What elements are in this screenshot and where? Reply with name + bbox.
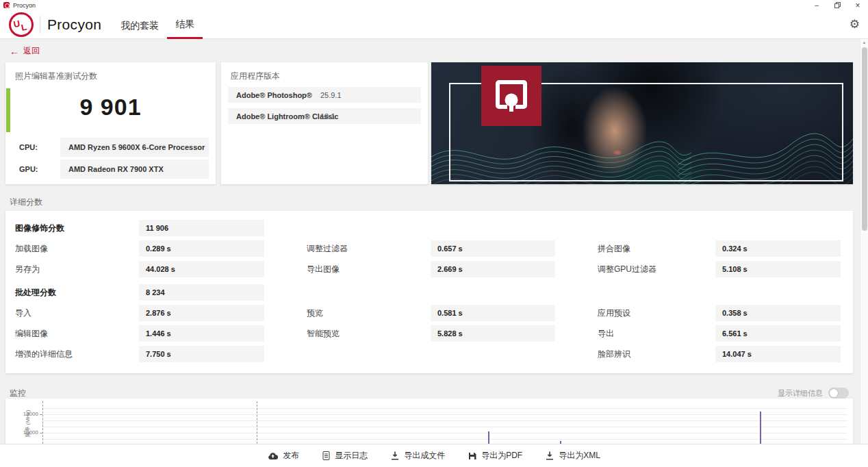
window-controls: – × [806,0,868,10]
cpu-value: AMD Ryzen 5 9600X 6-Core Processor [60,138,209,157]
button-label: 导出为PDF [481,450,522,462]
photo-editing-icon [492,78,531,114]
detail-value: 0.289 s [139,240,264,257]
gpu-label: GPU: [19,160,38,179]
show-log-button[interactable]: 显示日志 [322,450,368,462]
detail-label: 图像修饰分数 [15,220,139,236]
detail-label: 另存为 [15,261,139,277]
nav-items: 我的套装 结果 [112,10,203,39]
detail-label: 脸部辨识 [598,346,715,362]
chart-dashed-marker [257,401,257,444]
detail-label: 预览 [307,305,431,321]
detail-row: 图像修饰分数 11 906 [15,220,841,236]
app-icon [3,2,10,8]
version-row-lightroom: Adobe® Lightroom® Classic 13.1 [228,108,421,124]
show-details-toggle-group: 显示详细信息 [778,388,849,399]
back-label: 返回 [23,45,40,57]
frequency-spike [488,431,489,444]
cloud-upload-icon [268,452,278,460]
detail-label: 导入 [15,305,139,321]
footer-toolbar: 发布 显示日志 导出成文件 导出为PDF [0,444,868,467]
button-label: 发布 [283,450,299,462]
app-name: Adobe® Lightroom® Classic [228,112,320,121]
button-label: 导出成文件 [404,450,445,462]
scroll-up-arrow-icon[interactable]: ▲ [860,40,868,45]
score-card: 照片编辑基准测试分数 9 901 CPU: AMD Ryzen 5 9600X … [5,62,216,184]
minimize-button[interactable]: – [806,0,827,10]
detail-row: 增强的详细信息 7.750 s 脸部辨识 14.047 s [15,346,841,362]
nav-divider [40,16,40,34]
frequency-spike [760,412,761,444]
detail-label: 导出图像 [307,261,431,277]
publish-button[interactable]: 发布 [268,450,299,462]
detail-value: 5.828 s [431,325,555,342]
detail-value: 2.876 s [139,305,264,321]
ul-logo: U L [8,12,34,38]
chart-gridlines [42,408,847,440]
restore-button[interactable] [827,0,847,10]
nav-item-results[interactable]: 结果 [167,10,203,39]
restore-icon [834,2,841,8]
hero-banner [431,62,853,184]
detail-value: 6.561 s [715,325,841,342]
detail-row: 导入 2.876 s 预览 0.581 s 应用预设 0.358 s [15,305,841,321]
score-card-title: 照片编辑基准测试分数 [15,71,97,82]
detail-label: 调整过滤器 [307,240,431,257]
detail-value: 5.108 s [715,261,841,277]
detail-value: 0.324 s [715,240,841,257]
scrollbar-thumb[interactable] [862,47,867,231]
detail-value: 8 234 [139,284,264,301]
photo-benchmark-badge [481,66,541,126]
app-version: 13.1 [320,112,335,121]
log-file-icon [322,451,330,460]
chart-dashed-marker [42,401,43,444]
detailed-scores-card: 图像修饰分数 11 906 加载图像 0.289 s 调整过滤器 0.657 s… [5,211,853,373]
detail-row: 编辑图像 1.446 s 智能预览 5.828 s 导出 6.561 s [15,325,841,342]
detail-label: 增强的详细信息 [15,346,139,362]
close-button[interactable]: × [847,0,868,10]
save-icon [468,452,476,460]
button-label: 导出为XML [559,450,600,462]
app-versions-card: 应用程序版本 Adobe® Photoshop® 25.9.1 Adobe® L… [221,62,428,184]
nav-item-my-suites[interactable]: 我的套装 [112,10,167,39]
procyon-window: Procyon – × U L Procyon 我的套装 结果 ⚙ ← 返回 [0,0,868,467]
toggle-label: 显示详细信息 [778,388,823,399]
button-label: 显示日志 [335,450,368,462]
vertical-scrollbar: ▲ [860,39,868,444]
detail-value: 2.669 s [431,261,555,277]
settings-gear-icon[interactable]: ⚙ [850,18,860,30]
detail-value: 0.358 s [715,305,841,321]
version-row-photoshop: Adobe® Photoshop® 25.9.1 [228,87,421,103]
y-tick: 14000 [18,411,38,417]
y-tick: 10000 [18,429,38,436]
export-pdf-button[interactable]: 导出为PDF [468,450,522,462]
detail-value: 1.446 s [139,325,264,342]
show-details-toggle[interactable] [828,388,849,399]
detail-value: 0.581 s [431,305,555,321]
nav-bar: U L Procyon 我的套装 结果 ⚙ [0,10,868,39]
detail-value: 7.750 s [139,346,264,362]
export-file-button[interactable]: 导出成文件 [391,450,445,462]
details-section-title: 详细分数 [10,197,42,208]
app-version: 25.9.1 [320,91,342,99]
benchmark-score: 9 901 [5,94,216,121]
export-xml-button[interactable]: 导出为XML [546,450,600,462]
detail-label: 编辑图像 [15,325,139,342]
detail-label: 加载图像 [15,240,139,257]
cpu-label: CPU: [19,138,38,157]
detail-value: 44.028 s [139,261,264,277]
window-title: Procyon [13,2,36,9]
back-arrow-icon: ← [10,46,19,57]
cpu-row: CPU: AMD Ryzen 5 9600X 6-Core Processor [5,138,216,157]
y-axis-label: 频率 (MHz) [24,403,31,444]
detail-label: 导出 [598,325,715,342]
detail-label: 应用预设 [598,305,715,321]
brand-name: Procyon [47,16,101,33]
detail-label: 批处理分数 [15,284,139,301]
detail-value: 14.047 s [715,346,841,362]
monitoring-section-title: 监控 [10,388,26,399]
monitor-plot: 频率 (MHz) 14000 10000 [5,399,853,444]
back-link[interactable]: ← 返回 [10,45,40,57]
detail-value: 11 906 [139,220,264,236]
titlebar: Procyon – × [0,0,868,10]
